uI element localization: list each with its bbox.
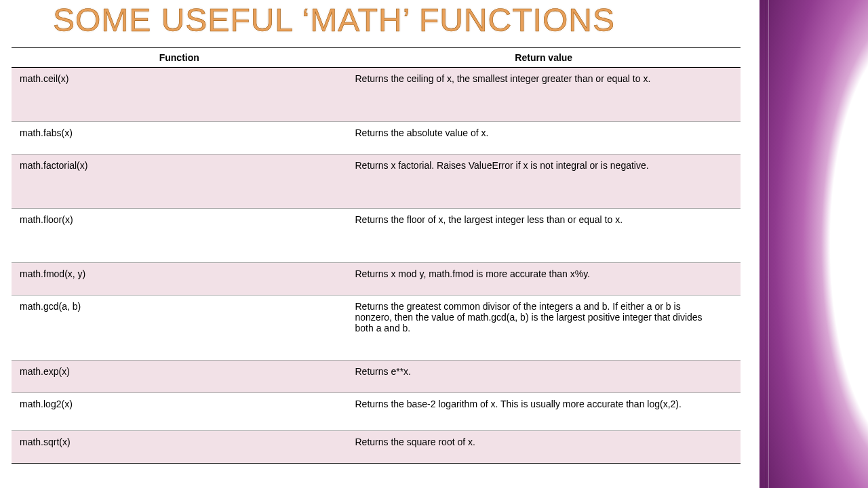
cell-return-value: Returns the ceiling of x, the smallest i…	[347, 68, 741, 122]
table-container: Function Return value math.ceil(x) Retur…	[12, 47, 741, 464]
table-row: math.factorial(x) Returns x factorial. R…	[12, 155, 741, 209]
table-row: math.gcd(a, b) Returns the greatest comm…	[12, 296, 741, 361]
cell-function: math.sqrt(x)	[12, 431, 347, 464]
cell-function: math.exp(x)	[12, 361, 347, 393]
cell-function: math.gcd(a, b)	[12, 296, 347, 361]
cell-function: math.factorial(x)	[12, 155, 347, 209]
table-row: math.floor(x) Returns the floor of x, th…	[12, 209, 741, 263]
cell-return-value: Returns x factorial. Raises ValueError i…	[347, 155, 741, 209]
math-functions-table: Function Return value math.ceil(x) Retur…	[12, 47, 741, 464]
table-header-row: Function Return value	[12, 48, 741, 68]
page-title: Some useful ‘math’ functions	[53, 1, 615, 39]
slide-decor-right	[760, 0, 868, 488]
table-row: math.fabs(x) Returns the absolute value …	[12, 122, 741, 155]
header-function: Function	[12, 48, 347, 68]
table-row: math.sqrt(x) Returns the square root of …	[12, 431, 741, 464]
decor-line	[766, 0, 766, 488]
cell-function: math.fabs(x)	[12, 122, 347, 155]
cell-return-value: Returns the base-2 logarithm of x. This …	[347, 393, 741, 431]
cell-return-value: Returns x mod y, math.fmod is more accur…	[347, 263, 741, 296]
header-return-value: Return value	[347, 48, 741, 68]
table-row: math.exp(x) Returns e**x.	[12, 361, 741, 393]
table-row: math.log2(x) Returns the base-2 logarith…	[12, 393, 741, 431]
cell-return-value: Returns the square root of x.	[347, 431, 741, 464]
cell-function: math.fmod(x, y)	[12, 263, 347, 296]
cell-return-value: Returns the absolute value of x.	[347, 122, 741, 155]
cell-return-value: Returns the floor of x, the largest inte…	[347, 209, 741, 263]
cell-function: math.ceil(x)	[12, 68, 347, 122]
decor-line	[768, 0, 769, 488]
cell-function: math.log2(x)	[12, 393, 347, 431]
cell-return-value: Returns the greatest common divisor of t…	[347, 296, 741, 361]
decor-gradient	[760, 0, 868, 488]
slide: Some useful ‘math’ functions Function Re…	[0, 0, 868, 488]
table-row: math.fmod(x, y) Returns x mod y, math.fm…	[12, 263, 741, 296]
table-row: math.ceil(x) Returns the ceiling of x, t…	[12, 68, 741, 122]
cell-return-value: Returns e**x.	[347, 361, 741, 393]
cell-function: math.floor(x)	[12, 209, 347, 263]
